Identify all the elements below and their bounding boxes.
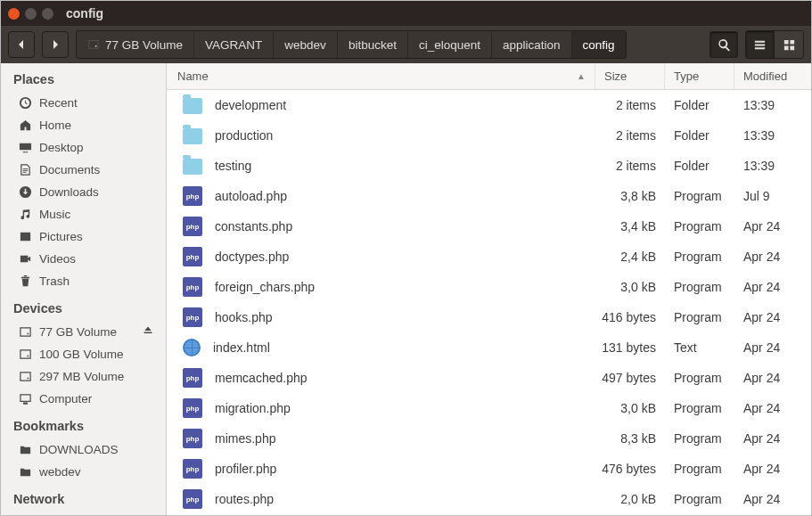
file-row[interactable]: phpmimes.php8,3 kBProgramApr 24 (167, 423, 811, 454)
back-button[interactable] (8, 31, 35, 58)
file-row[interactable]: phpprofiler.php476 bytesProgramApr 24 (167, 454, 811, 484)
breadcrumb-webdev[interactable]: webdev (274, 31, 338, 58)
search-button[interactable] (709, 31, 738, 58)
sidebar-item-label: Recent (39, 96, 78, 110)
svg-point-1 (27, 332, 29, 334)
titlebar: config (1, 1, 811, 26)
sidebar-heading-devices: Devices (1, 292, 166, 321)
folder-row[interactable]: testing2 itemsFolder13:39 (167, 151, 811, 181)
sidebar-item-documents[interactable]: Documents (1, 159, 166, 181)
svg-point-2 (27, 355, 29, 356)
trash-icon (19, 274, 32, 288)
sidebar-item-trash[interactable]: Trash (1, 270, 166, 292)
window-controls (8, 8, 53, 20)
sidebar-item-downloads[interactable]: Downloads (1, 181, 166, 203)
file-modified: Apr 24 (734, 371, 811, 385)
file-row[interactable]: phpforeign_chars.php3,0 kBProgramApr 24 (167, 272, 811, 302)
php-file-icon: php (183, 459, 202, 479)
file-modified: Apr 24 (734, 219, 811, 233)
sidebar-item-100-gb-volume[interactable]: 100 GB Volume (1, 343, 166, 365)
file-row[interactable]: phpmemcached.php497 bytesProgramApr 24 (167, 363, 811, 393)
list-view-button[interactable] (746, 31, 775, 58)
sidebar-item-pictures[interactable]: Pictures (1, 225, 166, 248)
file-row[interactable]: phproutes.php2,0 kBProgramApr 24 (167, 484, 811, 514)
pictures-icon (19, 230, 32, 243)
column-type[interactable]: Type (665, 63, 734, 89)
file-size: 2 items (595, 128, 665, 143)
file-row[interactable]: phpautoload.php3,8 kBProgramJul 9 (167, 181, 811, 211)
breadcrumb-label: VAGRANT (205, 38, 262, 52)
php-file-icon: php (183, 368, 202, 388)
file-modified: Apr 24 (734, 310, 811, 324)
sidebar-item-77-gb-volume[interactable]: 77 GB Volume (1, 321, 166, 343)
sidebar-item-music[interactable]: Music (1, 203, 166, 225)
file-size: 497 bytes (595, 371, 665, 385)
file-modified: 13:39 (734, 159, 811, 173)
breadcrumb-bitbucket[interactable]: bitbucket (338, 31, 408, 58)
sidebar-item-label: Downloads (39, 185, 99, 199)
folder-row[interactable]: production2 itemsFolder13:39 (167, 120, 811, 151)
file-size: 3,8 kB (595, 189, 665, 203)
sidebar-item-label: Videos (39, 252, 76, 266)
download-icon (19, 185, 32, 199)
hdd-icon (19, 348, 32, 361)
file-modified: Apr 24 (734, 280, 811, 294)
forward-button[interactable] (42, 31, 69, 58)
sidebar-item-webdev[interactable]: webdev (1, 461, 166, 483)
file-modified: Apr 24 (734, 250, 811, 264)
sidebar-item-297-mb-volume[interactable]: 297 MB Volume (1, 365, 166, 388)
breadcrumb-label: bitbucket (349, 38, 397, 52)
list-icon (753, 38, 767, 52)
sidebar-item-label: DOWNLOADS (39, 443, 119, 456)
sidebar-item-label: webdev (39, 465, 81, 479)
file-name: testing (215, 159, 595, 173)
close-window-button[interactable] (8, 8, 20, 20)
sort-asc-icon: ▲ (577, 71, 586, 81)
breadcrumb-config[interactable]: config (572, 31, 626, 58)
breadcrumb-vagrant[interactable]: VAGRANT (194, 31, 274, 58)
file-row[interactable]: index.html131 bytesTextApr 24 (167, 332, 811, 363)
file-size: 2,0 kB (595, 492, 665, 506)
breadcrumb-label: ci_eloquent (419, 38, 480, 52)
file-row[interactable]: phpconstants.php3,4 kBProgramApr 24 (167, 211, 811, 242)
content-pane: Name ▲ Size Type Modified development2 i… (167, 63, 811, 515)
column-size[interactable]: Size (595, 63, 665, 89)
view-switcher (745, 30, 804, 59)
file-list[interactable]: development2 itemsFolder13:39production2… (167, 90, 811, 515)
php-file-icon: php (183, 429, 202, 448)
file-type: Text (665, 340, 734, 355)
file-modified: 13:39 (734, 128, 811, 143)
sidebar-item-label: Home (39, 119, 71, 132)
column-modified[interactable]: Modified (734, 63, 811, 89)
sidebar-heading-bookmarks: Bookmarks (1, 410, 166, 438)
php-file-icon: php (183, 186, 202, 206)
file-name: doctypes.php (215, 250, 595, 264)
file-row[interactable]: phphooks.php416 bytesProgramApr 24 (167, 302, 811, 332)
file-row[interactable]: phpmigration.php3,0 kBProgramApr 24 (167, 393, 811, 423)
breadcrumb-ci_eloquent[interactable]: ci_eloquent (408, 31, 492, 58)
breadcrumb-label: 77 GB Volume (105, 38, 183, 52)
file-row[interactable]: phpdoctypes.php2,4 kBProgramApr 24 (167, 242, 811, 272)
maximize-window-button[interactable] (42, 8, 53, 20)
breadcrumb-77-gb-volume[interactable]: 77 GB Volume (77, 31, 194, 58)
folder-icon (183, 128, 202, 144)
sidebar-item-recent[interactable]: Recent (1, 92, 166, 114)
sidebar-item-videos[interactable]: Videos (1, 248, 166, 270)
sidebar-item-label: Pictures (39, 230, 83, 243)
folder-row[interactable]: development2 itemsFolder13:39 (167, 90, 811, 120)
sidebar-item-downloads[interactable]: DOWNLOADS (1, 438, 166, 461)
file-size: 3,0 kB (595, 280, 665, 294)
file-name: mimes.php (215, 431, 595, 446)
file-name: foreign_chars.php (215, 280, 595, 294)
breadcrumb-application[interactable]: application (492, 31, 572, 58)
sidebar-item-computer[interactable]: Computer (1, 388, 166, 410)
minimize-window-button[interactable] (25, 8, 37, 20)
sidebar-item-home[interactable]: Home (1, 114, 166, 136)
eject-button[interactable] (143, 325, 153, 339)
sidebar-item-desktop[interactable]: Desktop (1, 136, 166, 159)
grid-icon (783, 38, 796, 52)
sidebar-heading-network: Network (1, 483, 166, 512)
file-name: memcached.php (215, 371, 595, 385)
column-name[interactable]: Name ▲ (167, 63, 595, 89)
grid-view-button[interactable] (775, 31, 803, 58)
